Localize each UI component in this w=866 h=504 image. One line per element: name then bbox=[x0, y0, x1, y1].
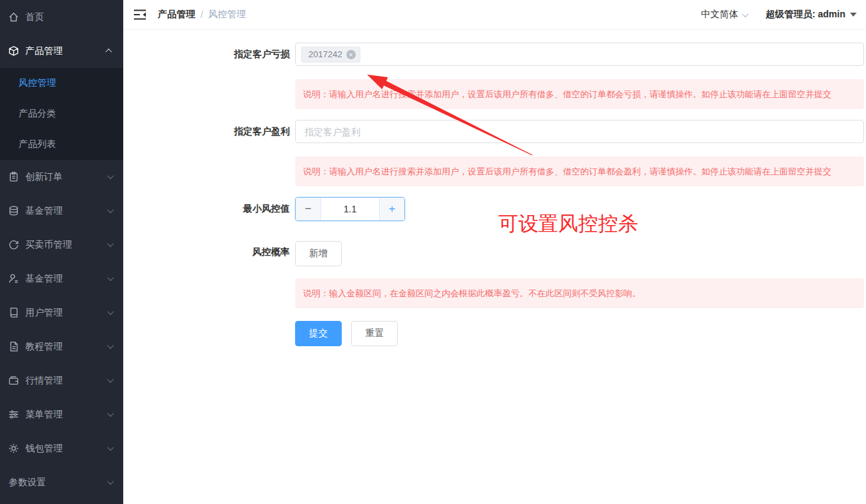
sidebar-item-wallet-management[interactable]: 钱包管理 bbox=[0, 431, 123, 465]
breadcrumb-current: 风控管理 bbox=[209, 9, 246, 21]
sidebar-item-parameter-settings[interactable]: 参数设置 bbox=[0, 465, 123, 499]
gear-icon bbox=[7, 443, 19, 455]
chevron-down-icon bbox=[107, 410, 114, 417]
document-icon bbox=[7, 341, 19, 353]
sidebar-item-menu-management[interactable]: 菜单管理 bbox=[0, 397, 123, 431]
form-actions-row: 提交 重置 bbox=[123, 321, 866, 346]
sliders-icon bbox=[7, 409, 19, 421]
sidebar-item-label: 用户管理 bbox=[25, 307, 107, 319]
min-risk-label: 最小风控值 bbox=[123, 203, 295, 215]
loss-users-label: 指定客户亏损 bbox=[123, 49, 295, 61]
risk-probability-notice: 说明：输入金额区间，在金额区间之内会根据此概率盈亏。不在此区间则不受风控影响。 bbox=[295, 278, 864, 308]
sidebar-item-label: 参数设置 bbox=[9, 477, 107, 489]
profit-users-row: 指定客户盈利 bbox=[123, 120, 866, 143]
chevron-down-icon bbox=[107, 274, 114, 281]
sidebar-item-label: 行情管理 bbox=[25, 375, 107, 387]
sidebar-item-label: 买卖币管理 bbox=[25, 239, 107, 251]
reset-button[interactable]: 重置 bbox=[351, 321, 398, 346]
loss-users-row: 指定客户亏损 2017242 × bbox=[123, 43, 866, 66]
chevron-down-icon bbox=[107, 240, 114, 247]
user-label: 超级管理员: admin bbox=[765, 9, 845, 21]
sidebar-subitem-risk-control[interactable]: 风控管理 bbox=[0, 68, 123, 99]
sidebar-item-coin-trade-management[interactable]: 买卖币管理 bbox=[0, 228, 123, 262]
wallet-icon bbox=[7, 375, 19, 387]
sidebar-item-label: 产品管理 bbox=[25, 45, 107, 57]
risk-probability-row: 风控概率 新增 bbox=[123, 241, 866, 266]
trade-icon bbox=[7, 239, 19, 251]
risk-probability-label: 风控概率 bbox=[123, 241, 295, 258]
add-range-button[interactable]: 新增 bbox=[295, 241, 342, 266]
loss-users-input[interactable]: 2017242 × bbox=[295, 43, 864, 66]
sidebar-item-market-management[interactable]: 行情管理 bbox=[0, 364, 123, 397]
sidebar-item-label: 钱包管理 bbox=[25, 443, 107, 455]
home-icon bbox=[7, 11, 19, 23]
coins-icon bbox=[7, 205, 19, 217]
sidebar-subitem-product-list[interactable]: 产品列表 bbox=[0, 129, 123, 160]
order-icon bbox=[7, 171, 19, 183]
sidebar-collapse-icon[interactable] bbox=[133, 9, 147, 21]
chevron-down-icon bbox=[107, 308, 114, 315]
top-bar: 产品管理 / 风控管理 中文简体 超级管理员: admin bbox=[123, 0, 866, 30]
min-risk-row: 最小风控值 − 1.1 + bbox=[123, 197, 866, 221]
caret-down-icon bbox=[850, 13, 857, 17]
sidebar-item-label: 教程管理 bbox=[25, 341, 107, 353]
tag-close-icon[interactable]: × bbox=[346, 50, 356, 59]
chevron-down-icon bbox=[107, 376, 114, 383]
loss-notice: 说明：请输入用户名进行搜索并添加用户，设置后该用户所有借多、借空的订单都会亏损，… bbox=[295, 79, 864, 109]
profit-users-label: 指定客户盈利 bbox=[123, 126, 295, 138]
chevron-down-icon bbox=[107, 444, 114, 451]
sidebar-item-fund-management-1[interactable]: 基金管理 bbox=[0, 194, 123, 228]
user-tag: 2017242 × bbox=[301, 47, 360, 63]
product-management-submenu: 风控管理 产品分类 产品列表 bbox=[0, 68, 123, 160]
language-selector[interactable]: 中文简体 bbox=[701, 9, 747, 21]
stepper-decrease-button[interactable]: − bbox=[296, 198, 321, 220]
chevron-down-icon bbox=[107, 342, 114, 349]
sidebar: 首页 产品管理 风控管理 产品分类 产品列表 创新订单 基金管理 bbox=[0, 0, 123, 504]
sidebar-item-fund-management-2[interactable]: 基金管理 bbox=[0, 262, 123, 296]
breadcrumb: 产品管理 / 风控管理 bbox=[158, 9, 246, 21]
sidebar-item-tutorial-management[interactable]: 教程管理 bbox=[0, 330, 123, 364]
sidebar-item-label: 基金管理 bbox=[25, 205, 107, 217]
profit-notice: 说明：请输入用户名进行搜索并添加用户，设置后该用户所有借多、借空的订单都会盈利，… bbox=[295, 156, 864, 186]
breadcrumb-parent[interactable]: 产品管理 bbox=[158, 9, 195, 21]
sidebar-item-home[interactable]: 首页 bbox=[0, 0, 123, 34]
cube-icon bbox=[7, 45, 19, 57]
user-dropdown[interactable]: 超级管理员: admin bbox=[765, 9, 857, 21]
sidebar-item-label: 基金管理 bbox=[25, 273, 107, 285]
min-risk-stepper: − 1.1 + bbox=[295, 197, 405, 221]
stepper-increase-button[interactable]: + bbox=[379, 198, 404, 220]
book-icon bbox=[7, 307, 19, 319]
chevron-down-icon bbox=[107, 206, 114, 213]
risk-control-form: 指定客户亏损 2017242 × 说明：请输入用户名进行搜索并添加用户，设置后该… bbox=[123, 30, 866, 346]
sidebar-item-product-management[interactable]: 产品管理 bbox=[0, 34, 123, 68]
sidebar-item-innovation-orders[interactable]: 创新订单 bbox=[0, 160, 123, 194]
sidebar-item-user-management[interactable]: 用户管理 bbox=[0, 296, 123, 330]
sidebar-item-label: 菜单管理 bbox=[25, 409, 107, 421]
stepper-value[interactable]: 1.1 bbox=[321, 198, 379, 220]
breadcrumb-separator: / bbox=[201, 9, 203, 20]
submit-button[interactable]: 提交 bbox=[295, 321, 342, 346]
profit-users-input[interactable] bbox=[295, 120, 864, 143]
sidebar-item-label: 创新订单 bbox=[25, 171, 107, 183]
chevron-down-icon bbox=[107, 172, 114, 179]
main-area: 产品管理 / 风控管理 中文简体 超级管理员: admin 指定客户亏损 201… bbox=[123, 0, 866, 504]
chevron-down-icon bbox=[107, 478, 114, 485]
sidebar-item-label: 首页 bbox=[25, 11, 112, 23]
sidebar-subitem-product-category[interactable]: 产品分类 bbox=[0, 99, 123, 129]
user-icon bbox=[7, 273, 19, 285]
chevron-down-icon bbox=[742, 11, 749, 17]
